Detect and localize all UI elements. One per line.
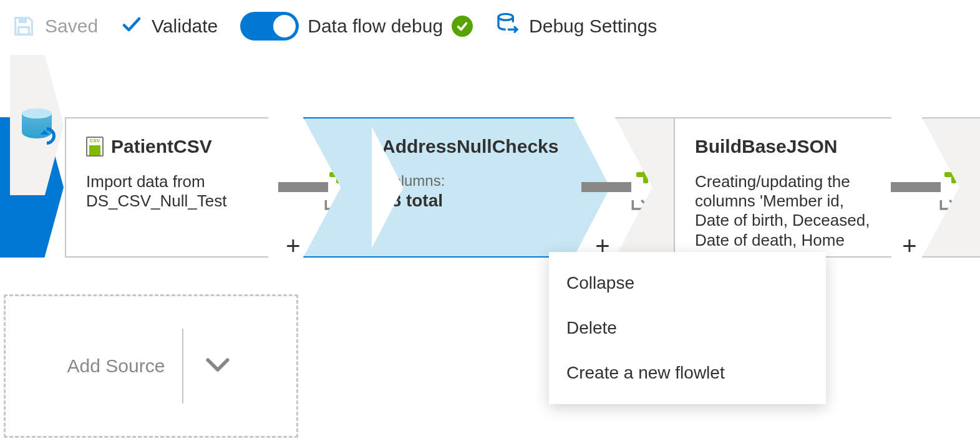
node-buildbasejson[interactable]: BuildBaseJSON Creating/updating the colu… [674, 117, 921, 258]
connector [278, 182, 328, 192]
debug-toggle-group: Data flow debug [240, 12, 473, 41]
chevron-down-icon[interactable] [201, 347, 235, 385]
debug-settings-label: Debug Settings [529, 16, 657, 37]
node-title: BuildBaseJSON [695, 136, 837, 157]
add-source-button[interactable]: Add Source [4, 294, 298, 438]
saved-indicator: Saved [11, 14, 98, 39]
toggle-knob [273, 15, 296, 37]
debug-toggle[interactable] [240, 12, 299, 41]
toolbar: Saved Validate Data flow debug [0, 0, 980, 55]
dataflow-canvas[interactable]: PatientCSV Import data from DS_CSV_Null_… [0, 55, 980, 444]
validate-label: Validate [152, 16, 218, 37]
validate-button[interactable]: Validate [120, 13, 218, 40]
divider [182, 329, 183, 403]
node-addressnullchecks[interactable]: AddressNullChecks Columns: 28 total [367, 117, 610, 258]
debug-label: Data flow debug [308, 16, 443, 37]
status-ok-icon [452, 16, 473, 37]
saved-label: Saved [45, 16, 98, 37]
database-arrow-icon [495, 12, 520, 41]
add-step-button[interactable]: + [281, 234, 306, 259]
database-icon [22, 109, 52, 142]
debug-settings-button[interactable]: Debug Settings [495, 12, 657, 41]
svg-point-2 [498, 14, 513, 20]
checkmark-icon [120, 13, 143, 40]
columns-total: 28 total [382, 191, 571, 211]
add-source-label: Add Source [67, 355, 165, 377]
save-icon [11, 14, 36, 39]
svg-rect-1 [19, 27, 29, 35]
svg-rect-0 [19, 18, 27, 23]
menu-item-delete[interactable]: Delete [549, 306, 826, 350]
menu-item-create-flowlet[interactable]: Create a new flowlet [549, 350, 826, 395]
csv-file-icon [86, 137, 104, 157]
node-title: PatientCSV [111, 136, 212, 157]
columns-label: Columns: [382, 172, 571, 190]
node-patientcsv[interactable]: PatientCSV Import data from DS_CSV_Null_… [65, 117, 296, 258]
connector [581, 182, 631, 192]
add-step-button[interactable]: + [897, 234, 922, 259]
menu-item-collapse[interactable]: Collapse [549, 261, 826, 306]
connector [891, 182, 941, 192]
node-title: AddressNullChecks [382, 136, 558, 157]
context-menu: Collapse Delete Create a new flowlet [549, 252, 826, 404]
node-description: Import data from DS_CSV_Null_Test [86, 172, 257, 211]
